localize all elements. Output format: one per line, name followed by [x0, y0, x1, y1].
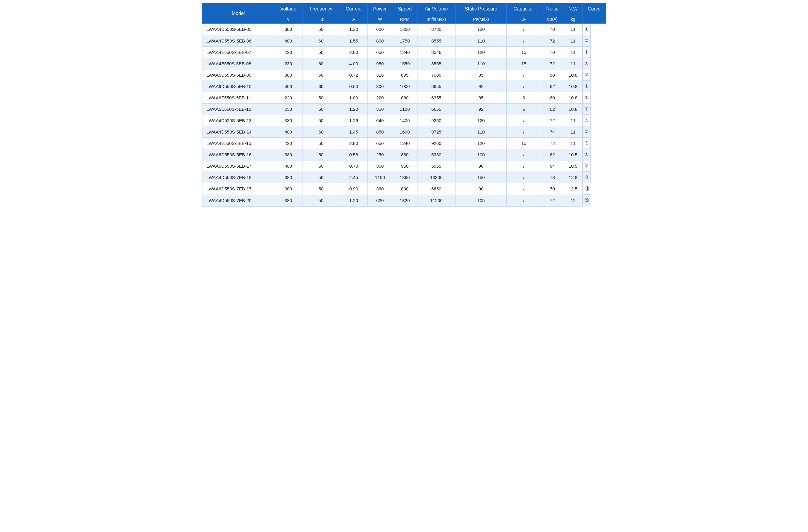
cell-1: 230 [274, 103, 302, 115]
cell-8: 15 [507, 137, 541, 149]
cell-3: 1.30 [339, 24, 367, 35]
cell-11: ⑫ [583, 195, 591, 206]
header-label-voltage: Voltage [274, 3, 302, 15]
cell-0: LWAA4D550S-5EB-05 [202, 24, 274, 35]
cell-3: 0.72 [339, 69, 367, 80]
cell-9: 70 [541, 24, 564, 35]
cell-8: 6 [507, 103, 541, 115]
cell-1: 380 [274, 115, 302, 126]
cell-3: 1.45 [339, 126, 367, 137]
header-label-noise: Noise [541, 3, 564, 15]
cell-9: 60 [541, 69, 564, 80]
cell-7: 92 [456, 103, 507, 115]
cell-1: 380 [274, 149, 302, 160]
cell-2: 60 [302, 126, 339, 137]
cell-7: 120 [456, 137, 507, 149]
header-unit-noise: dB(A) [541, 15, 564, 24]
cell-7: 90 [456, 160, 507, 172]
cell-10: 11 [564, 115, 582, 126]
cell-2: 60 [302, 80, 339, 92]
curve-value: ⑥ [585, 140, 588, 146]
cell-3: 2.80 [339, 137, 367, 149]
cell-10: 11 [564, 137, 582, 149]
cell-8: / [507, 183, 541, 195]
cell-3: 4.00 [339, 58, 367, 69]
table-row: LWAA4E550S-5EB-15220502.8065013409260120… [202, 137, 606, 149]
table-row: LWAA4E550S-5EB-07220502.8065013408546120… [202, 46, 606, 58]
cell-10: 11 [564, 35, 582, 46]
cell-10: 10.8 [564, 80, 582, 92]
cell-10: 10.5 [564, 160, 582, 172]
cell-6: 8546 [417, 46, 455, 58]
curve-value: ⑤ [585, 95, 588, 100]
cell-10: 10.8 [564, 69, 582, 80]
header-label-frequency: Frequency [302, 3, 339, 15]
cell-7: 110 [456, 35, 507, 46]
cell-6: 6655 [417, 103, 455, 115]
cell-6: 7000 [417, 69, 455, 80]
cell-7: 85 [456, 69, 507, 80]
cell-1: 400 [274, 160, 302, 172]
header-unit-capacitor: uF [507, 15, 541, 24]
cell-3: 0.60 [339, 80, 367, 92]
header-label-static-pressure: Static Pressure [456, 3, 507, 15]
cell-6: 6850 [417, 183, 455, 195]
cell-11: ⑩ [583, 172, 591, 183]
cell-7: 110 [456, 58, 507, 69]
cell-2: 50 [302, 172, 339, 183]
cell-5: 895 [392, 69, 417, 80]
cell-3: 0.58 [339, 149, 367, 160]
cell-3: 0.90 [339, 183, 367, 195]
cell-10: 10.8 [564, 103, 582, 115]
cell-11: ② [583, 58, 591, 69]
cell-1: 380 [274, 24, 302, 35]
cell-4: 1100 [368, 172, 392, 183]
cell-6: 6655 [417, 80, 455, 92]
header-unit-power: W [368, 15, 392, 24]
header-label-n.w: N.W [564, 3, 582, 15]
curve-value: ⑨ [585, 163, 588, 169]
cell-8: / [507, 80, 541, 92]
cell-5: 880 [392, 92, 417, 103]
header-unit-n.w: kg [564, 15, 582, 24]
cell-5: 1000 [392, 80, 417, 92]
table-row: LWAA6D550S-5EB-09380500.72316895700085/6… [202, 69, 606, 80]
cell-2: 50 [302, 46, 339, 58]
cell-10: 11 [564, 46, 582, 58]
curve-value: ⑧ [585, 152, 588, 157]
cell-7: 110 [456, 126, 507, 137]
cell-9: 60 [541, 92, 564, 103]
cell-11: ⑪ [583, 183, 591, 195]
header-label-curve: Curve [582, 3, 606, 15]
cell-3: 2.80 [339, 46, 367, 58]
cell-2: 50 [302, 115, 339, 126]
cell-1: 220 [274, 46, 302, 58]
cell-0: LWAA6D550S-5EB-16 [202, 149, 274, 160]
cell-2: 50 [302, 69, 339, 80]
cell-0: LWAA4D550S-5EB-14 [202, 126, 274, 137]
cell-5: 1400 [392, 115, 417, 126]
cell-9: 64 [541, 160, 564, 172]
cell-6: 5565 [417, 160, 455, 172]
header-unit-voltage: V [274, 15, 302, 24]
cell-11: ② [583, 35, 591, 46]
cell-4: 640 [368, 115, 392, 126]
cell-4: 220 [368, 92, 392, 103]
table-row: LWAA4D550S-7EB-20380501.2062013201120010… [202, 195, 606, 206]
cell-9: 62 [541, 149, 564, 160]
table-row: LWAA6D550S-5EB-17400600.70360950556590/6… [202, 160, 606, 172]
cell-8: / [507, 149, 541, 160]
table-row: LWAA4E550S-5EB-08230604.0095015508555110… [202, 58, 606, 69]
cell-7: 90 [456, 183, 507, 195]
cell-4: 950 [368, 58, 392, 69]
cell-0: LWAA6D550S-5EB-10 [202, 80, 274, 92]
cell-7: 85 [456, 92, 507, 103]
cell-0: LWAA6E550S-5EB-12 [202, 103, 274, 115]
cell-7: 100 [456, 149, 507, 160]
cell-10: 11 [564, 58, 582, 69]
cell-0: LWAA4E550S-5EB-08 [202, 58, 274, 69]
cell-6: 11200 [417, 195, 455, 206]
cell-7: 105 [456, 195, 507, 206]
cell-0: LWAA4D550S-5EB-06 [202, 35, 274, 46]
cell-8: 15 [507, 58, 541, 69]
